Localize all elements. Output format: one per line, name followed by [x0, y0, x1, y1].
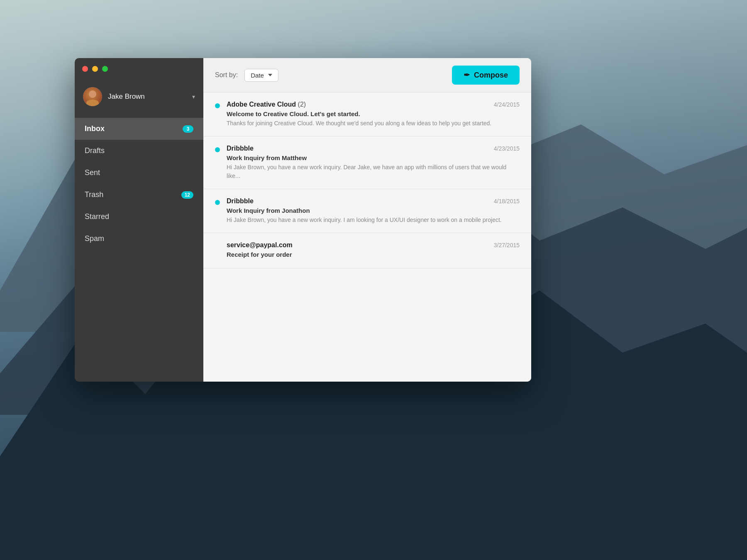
email-header: service@paypal.com 3/27/2015 [227, 241, 520, 249]
email-preview: Hi Jake Brown, you have a new work inqui… [227, 163, 520, 180]
email-date: 4/24/2015 [494, 101, 520, 108]
sort-value: Date [251, 72, 264, 79]
email-subject: Work Inquiry from Matthew [227, 154, 520, 161]
avatar [83, 87, 102, 106]
sidebar-item-drafts-label: Drafts [85, 146, 193, 155]
sidebar-item-spam-label: Spam [85, 234, 193, 243]
sidebar-item-trash-label: Trash [85, 190, 181, 199]
table-row[interactable]: Dribbble 4/18/2015 Work Inquiry from Jon… [203, 189, 531, 233]
sort-chevron-icon [268, 74, 272, 76]
email-header: Adobe Creative Cloud (2) 4/24/2015 [227, 101, 520, 108]
table-row[interactable]: service@paypal.com 3/27/2015 Receipt for… [203, 233, 531, 268]
sidebar: Jake Brown ▾ Inbox 3 Drafts Sent Trash 1… [75, 58, 203, 382]
sidebar-item-inbox-label: Inbox [85, 124, 183, 133]
email-date: 4/18/2015 [494, 198, 520, 205]
sidebar-item-sent-label: Sent [85, 168, 193, 177]
email-preview: Hi Jake Brown, you have a new work inqui… [227, 216, 520, 224]
email-sender: Dribbble [227, 197, 254, 205]
sort-dropdown[interactable]: Date [244, 69, 278, 82]
sidebar-item-starred[interactable]: Starred [75, 206, 203, 228]
email-body: Dribbble 4/18/2015 Work Inquiry from Jon… [227, 197, 520, 224]
sort-label: Sort by: [215, 71, 238, 79]
inbox-badge: 3 [183, 125, 193, 133]
maximize-button[interactable] [102, 66, 108, 72]
sidebar-item-inbox[interactable]: Inbox 3 [75, 118, 203, 140]
email-body: service@paypal.com 3/27/2015 Receipt for… [227, 241, 520, 260]
email-date: 3/27/2015 [494, 242, 520, 248]
compose-label: Compose [474, 71, 508, 80]
sidebar-item-starred-label: Starred [85, 212, 193, 221]
email-subject: Work Inquiry from Jonathon [227, 207, 520, 214]
email-count: (2) [298, 101, 306, 108]
avatar-image [83, 87, 102, 106]
email-date: 4/23/2015 [494, 145, 520, 152]
sidebar-item-drafts[interactable]: Drafts [75, 140, 203, 162]
email-preview: Thanks for joining Creative Cloud. We th… [227, 119, 520, 128]
titlebar [75, 58, 203, 80]
email-sender: Adobe Creative Cloud (2) [227, 101, 306, 108]
email-sender: Dribbble [227, 145, 254, 152]
sidebar-item-spam[interactable]: Spam [75, 228, 203, 250]
main-content: Sort by: Date ✒ Compose Adobe Creative C… [203, 58, 531, 382]
email-sender: service@paypal.com [227, 241, 293, 249]
sidebar-item-trash[interactable]: Trash 12 [75, 184, 203, 206]
unread-indicator [215, 200, 220, 205]
table-row[interactable]: Adobe Creative Cloud (2) 4/24/2015 Welco… [203, 93, 531, 136]
email-body: Dribbble 4/23/2015 Work Inquiry from Mat… [227, 145, 520, 180]
toolbar: Sort by: Date ✒ Compose [203, 58, 531, 93]
sidebar-item-sent[interactable]: Sent [75, 162, 203, 184]
unread-indicator [215, 147, 220, 152]
email-body: Adobe Creative Cloud (2) 4/24/2015 Welco… [227, 101, 520, 128]
table-row[interactable]: Dribbble 4/23/2015 Work Inquiry from Mat… [203, 136, 531, 189]
email-list: Adobe Creative Cloud (2) 4/24/2015 Welco… [203, 93, 531, 382]
close-button[interactable] [82, 66, 88, 72]
trash-badge: 12 [181, 191, 193, 199]
compose-button[interactable]: ✒ Compose [452, 66, 520, 85]
chevron-down-icon: ▾ [192, 93, 195, 100]
email-header: Dribbble 4/23/2015 [227, 145, 520, 152]
nav-list: Inbox 3 Drafts Sent Trash 12 Starred Spa… [75, 114, 203, 382]
user-profile[interactable]: Jake Brown ▾ [75, 80, 203, 114]
app-window: Jake Brown ▾ Inbox 3 Drafts Sent Trash 1… [75, 58, 531, 382]
unread-indicator [215, 103, 220, 108]
compose-icon: ✒ [464, 71, 470, 80]
user-name: Jake Brown [108, 93, 186, 101]
email-subject: Welcome to Creative Cloud. Let's get sta… [227, 110, 520, 117]
minimize-button[interactable] [92, 66, 98, 72]
email-header: Dribbble 4/18/2015 [227, 197, 520, 205]
email-subject: Receipt for your order [227, 251, 520, 258]
unread-indicator [215, 244, 220, 249]
